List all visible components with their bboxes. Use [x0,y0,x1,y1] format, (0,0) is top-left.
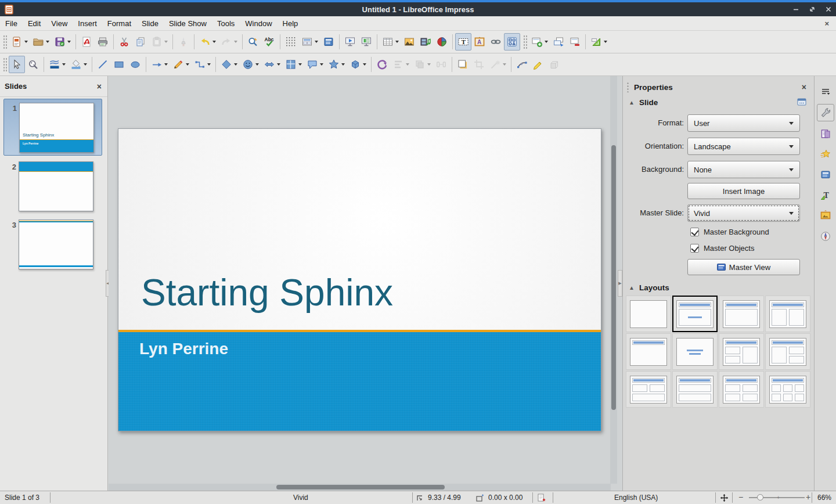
zoom-out-button[interactable]: − [738,492,743,502]
collapse-right-arrow[interactable]: ▶ [618,270,622,297]
menu-format[interactable]: Format [102,17,136,30]
vertical-scrollbar[interactable] [610,76,617,484]
dropdown-arrow-icon[interactable] [212,41,216,43]
layout-option-blank[interactable] [626,296,671,332]
layout-option-title-content-centered[interactable] [672,296,718,332]
menu-help[interactable]: Help [278,17,304,30]
dropdown-arrow-icon[interactable] [298,63,302,66]
insert-line-button[interactable] [95,56,111,73]
export-pdf-button[interactable] [78,33,95,51]
3d-objects-button[interactable] [347,56,369,73]
insert-chart-button[interactable] [434,33,450,51]
master-view-button[interactable]: Master View [687,259,800,275]
zoom-level-status[interactable]: 66% [817,494,831,502]
copy-button[interactable] [132,33,149,51]
insert-textbox-button[interactable]: T [455,33,471,51]
menu-window[interactable]: Window [240,17,277,30]
dropdown-arrow-icon[interactable] [545,41,548,43]
slide-thumbnail-2[interactable]: 2 [3,158,102,215]
dropdown-arrow-icon[interactable] [363,63,366,66]
print-button[interactable] [95,33,111,51]
glue-points-button[interactable] [530,56,546,73]
maximize-button[interactable] [808,5,816,13]
dropdown-arrow-icon[interactable] [320,63,323,66]
properties-tab[interactable] [817,104,834,121]
dropdown-arrow-icon[interactable] [24,41,28,43]
insert-table-button[interactable] [380,33,401,51]
dropdown-arrow-icon[interactable] [315,41,318,43]
master-background-checkbox[interactable]: Master Background [690,228,769,236]
dropdown-arrow-icon[interactable] [395,41,399,43]
slide-thumbnail-3[interactable]: 3 [3,216,102,273]
dropdown-arrow-icon[interactable] [67,41,71,43]
slide-section-header[interactable]: ▲ Slide [625,96,812,109]
dropdown-arrow-icon[interactable] [164,41,168,43]
snap-guides-button[interactable] [588,33,610,51]
more-options-icon[interactable] [797,98,806,106]
layout-option-title-4content[interactable] [719,371,764,408]
dropdown-arrow-icon[interactable] [255,63,259,66]
master-slides-tab[interactable] [817,166,834,183]
dropdown-arrow-icon[interactable] [46,41,49,43]
layout-option-title-6content[interactable] [765,371,810,408]
symbol-shapes-button[interactable] [240,56,261,73]
select-button[interactable] [9,56,25,73]
zoom-in-button[interactable]: + [806,492,810,502]
layout-option-centered-text[interactable] [672,333,718,370]
rectangle-button[interactable] [111,56,127,73]
document-modified-icon[interactable] [538,494,546,502]
menu-edit[interactable]: Edit [23,17,46,30]
animation-tab[interactable] [817,146,834,163]
dropdown-arrow-icon[interactable] [234,63,237,66]
layouts-section-header[interactable]: ▲ Layouts [625,281,812,294]
cut-button[interactable] [116,33,132,51]
orientation-dropdown[interactable]: Landscape [687,138,800,155]
layout-option-title-two-content[interactable] [765,296,810,332]
dropdown-arrow-icon[interactable] [277,63,280,66]
dropdown-arrow-icon[interactable] [207,63,211,66]
format-dropdown[interactable]: User [687,114,800,132]
curve-button[interactable] [170,56,192,73]
duplicate-slide-button[interactable] [550,33,567,51]
slide-title-textbox[interactable]: Starting Sphinx [141,274,393,311]
lines-arrows-button[interactable] [149,56,170,73]
rotate-button[interactable] [374,56,390,73]
navigator-tab[interactable] [817,228,834,245]
vertical-scrollbar-thumb[interactable] [611,145,616,410]
display-views-button[interactable] [299,33,320,51]
horizontal-scrollbar-thumb[interactable] [276,485,445,489]
slides-panel-close-icon[interactable]: × [97,82,102,91]
line-color-button[interactable] [46,56,68,73]
insert-image-button[interactable] [401,33,417,51]
dropdown-arrow-icon[interactable] [234,41,237,43]
menu-slide[interactable]: Slide [136,17,164,30]
slide-transition-tab[interactable] [817,125,834,143]
layout-option-title-only[interactable] [626,333,671,370]
flowchart-button[interactable] [283,56,304,73]
fit-slide-icon[interactable] [720,494,729,502]
undo-button[interactable] [197,33,218,51]
minimize-button[interactable] [792,5,800,13]
hyperlink-button[interactable] [488,33,504,51]
points-button[interactable] [514,56,530,73]
delete-slide-button[interactable] [567,33,583,51]
toolbar-grip[interactable] [522,34,528,49]
insert-media-button[interactable] [417,33,434,51]
master-slide-dropdown[interactable]: Vivid [687,204,800,222]
dropdown-arrow-icon[interactable] [406,63,409,66]
connector-button[interactable] [192,56,213,73]
zoom-pan-button[interactable] [25,56,41,73]
start-from-first-slide-button[interactable] [342,33,358,51]
dropdown-arrow-icon[interactable] [84,63,87,66]
show-draw-functions-button[interactable] [504,33,520,51]
menu-view[interactable]: View [46,17,73,30]
menu-insert[interactable]: Insert [73,17,102,30]
callouts-button[interactable] [304,56,326,73]
master-slide-status[interactable]: Vivid [293,494,308,502]
dropdown-arrow-icon[interactable] [164,63,168,66]
ellipse-button[interactable] [127,56,143,73]
close-document-button[interactable]: × [824,19,829,28]
find-replace-button[interactable] [245,33,261,51]
close-button[interactable] [824,5,833,13]
slide-thumbnail-image[interactable] [19,161,93,211]
